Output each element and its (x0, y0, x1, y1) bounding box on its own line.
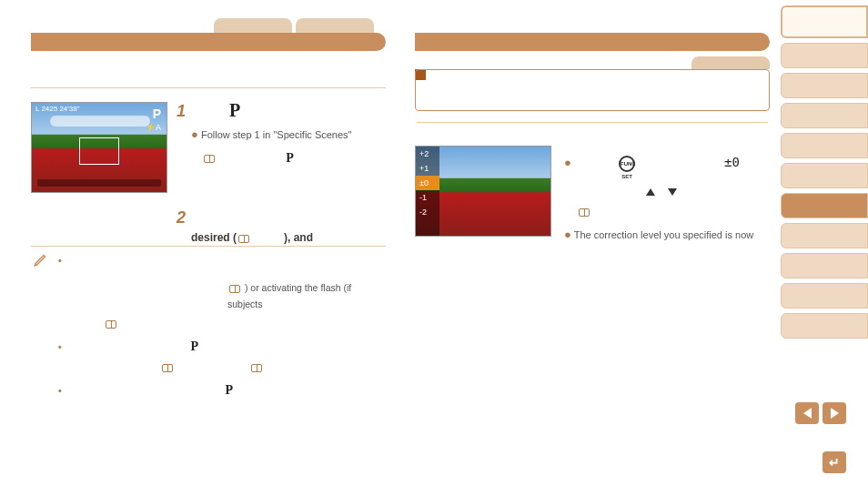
inline-p-glyph: P (286, 151, 294, 165)
page-ref-icon[interactable] (229, 285, 240, 293)
prev-page-button[interactable] (795, 402, 819, 424)
bullet-icon: ● (564, 156, 571, 169)
triangle-left-icon (803, 408, 812, 419)
side-nav-item[interactable] (781, 43, 868, 68)
page-ref-icon[interactable] (579, 208, 590, 217)
next-page-button[interactable] (823, 402, 846, 424)
note-bullet-icon: • (58, 385, 62, 396)
screen-status-text: L 2425 24'38" (35, 105, 80, 113)
right-line3: The correction level you specified is no… (574, 229, 753, 240)
step1-text: Follow step 1 in "Specific Scenes" (201, 129, 352, 140)
side-nav-item[interactable] (781, 103, 868, 128)
section-header-left (31, 33, 386, 51)
pager (795, 402, 846, 424)
scale-tick: +2 (416, 147, 439, 161)
scale-tick: -2 (416, 205, 439, 219)
right-instructions: ● FUNC SET ±0 ● The correction level you… (564, 151, 768, 245)
side-nav-item[interactable] (781, 163, 868, 188)
step2-text-a: desired ( (191, 231, 237, 244)
page-ref-icon[interactable] (204, 155, 215, 163)
divider (417, 122, 768, 123)
scale-tick: +1 (416, 161, 439, 176)
camera-screen-exposure: +2 +1 ±0 -1 -2 (415, 146, 551, 237)
exposure-value: ±0 (724, 155, 740, 169)
step-list: 1 P ● Follow step 1 in "Specific Scenes"… (177, 102, 384, 244)
note-bullet-icon: • (58, 341, 62, 352)
arrow-up-icon (646, 188, 655, 196)
inline-p-glyph: P (226, 383, 234, 397)
exposure-scale: +2 +1 ±0 -1 -2 (416, 147, 439, 236)
mode-p-glyph: P (229, 100, 240, 120)
mini-tab-row (214, 18, 374, 33)
section-header-right (415, 33, 770, 51)
scale-tick: -1 (416, 190, 439, 205)
mode-p-badge: P (153, 106, 161, 121)
callout-box (415, 69, 770, 111)
divider (31, 87, 386, 88)
return-icon: ↵ (829, 455, 840, 470)
side-nav-item[interactable] (781, 253, 868, 278)
mini-tab[interactable] (214, 18, 292, 33)
notes-block: • ) or activating the flash (if subjects… (58, 253, 386, 401)
focus-frame (79, 137, 119, 165)
side-nav-item[interactable] (781, 283, 868, 309)
mini-tab[interactable] (296, 18, 374, 33)
note-bullet-icon: • (58, 255, 62, 266)
step-number-1: 1 (177, 102, 186, 121)
camera-screen-preview: L 2425 24'38" P ⚡A (31, 102, 167, 193)
bullet-icon: ● (564, 228, 571, 241)
bullet-icon: ● (191, 127, 198, 141)
left-column (31, 60, 386, 97)
side-nav (781, 5, 868, 343)
side-nav-item[interactable] (781, 133, 868, 158)
pencil-icon (33, 251, 49, 269)
scale-tick-active: ±0 (416, 176, 439, 190)
inline-p-glyph: P (191, 339, 199, 353)
side-nav-item-active[interactable] (781, 193, 868, 218)
arrow-down-icon (668, 188, 677, 196)
side-nav-item[interactable] (781, 5, 868, 38)
step-number-2: 2 (177, 208, 186, 227)
page-ref-icon[interactable] (106, 320, 116, 329)
side-nav-item[interactable] (781, 73, 868, 98)
return-button[interactable]: ↵ (823, 451, 846, 473)
side-nav-item[interactable] (781, 223, 868, 248)
func-set-icon: FUNC SET (619, 156, 635, 172)
page-ref-icon[interactable] (162, 364, 173, 372)
side-nav-item[interactable] (781, 313, 868, 339)
triangle-right-icon (831, 408, 839, 419)
step2-text-b: ), and (284, 231, 313, 244)
note1-tail: ) or activating the flash (if subjects (227, 282, 351, 309)
divider (31, 246, 386, 247)
sub-tab[interactable] (691, 56, 770, 69)
page-ref-icon[interactable] (251, 364, 262, 372)
page-ref-icon[interactable] (238, 235, 249, 243)
